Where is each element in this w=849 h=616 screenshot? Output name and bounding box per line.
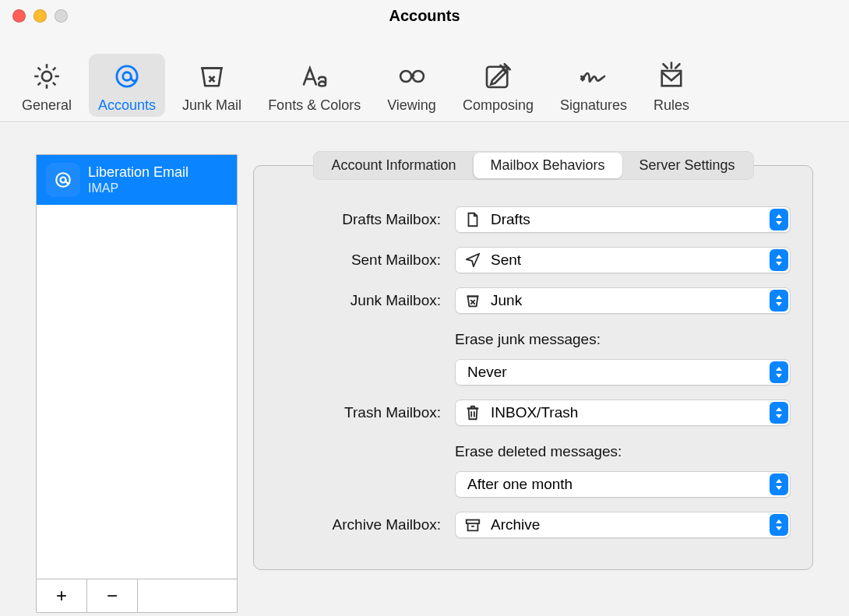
sidebar-footer: + − [37,579,237,612]
updown-arrows-icon [770,514,788,536]
tab-account-information[interactable]: Account Information [314,153,473,178]
sent-mailbox-value: Sent [491,252,521,269]
tab-server-settings[interactable]: Server Settings [622,153,752,178]
drafts-mailbox-label: Drafts Mailbox: [276,211,441,228]
drafts-mailbox-popup[interactable]: Drafts [455,206,791,233]
aa-icon [298,60,331,93]
sent-mailbox-label: Sent Mailbox: [276,252,441,269]
signature-icon [577,60,610,93]
updown-arrows-icon [770,402,788,424]
rules-icon [655,60,688,93]
toolbar-item-rules[interactable]: Rules [644,54,699,117]
account-name: Liberation Email [88,164,188,181]
updown-arrows-icon [770,361,788,383]
at-icon [111,60,143,93]
toolbar-item-viewing[interactable]: Viewing [378,54,446,117]
junk-mailbox-label: Junk Mailbox: [276,292,441,309]
updown-arrows-icon [770,249,788,271]
drafts-mailbox-value: Drafts [491,211,530,228]
archive-mailbox-popup[interactable]: Archive [455,512,791,538]
gear-icon [30,60,63,93]
toolbar-item-label: Accounts [98,97,156,114]
toolbar-item-label: Junk Mail [182,97,241,114]
plus-icon: + [56,585,67,607]
account-badge-icon [46,163,80,197]
toolbar-item-accounts[interactable]: Accounts [89,54,165,117]
toolbar-item-general[interactable]: General [12,54,81,117]
account-details-panel: Account Information Mailbox Behaviors Se… [253,165,813,613]
junk-mailbox-popup[interactable]: Junk [455,287,791,314]
toolbar-item-signatures[interactable]: Signatures [551,54,636,117]
toolbar-item-label: Signatures [560,97,627,114]
toolbar-item-junk-mail[interactable]: Junk Mail [173,54,251,117]
toolbar-item-label: Composing [463,97,534,114]
preferences-toolbar: General Accounts Junk Mail Fonts & Color… [0,31,849,121]
account-row[interactable]: Liberation Email IMAP [37,155,237,205]
window-title: Accounts [0,7,849,25]
minus-icon: − [107,585,118,607]
archive-mailbox-value: Archive [491,516,540,533]
document-icon [464,211,481,228]
erase-deleted-value: After one month [467,476,572,493]
junk-icon [196,60,228,93]
sidebar-footer-spacer [138,579,237,612]
titlebar: Accounts [0,0,849,31]
remove-account-button[interactable]: − [87,579,138,612]
add-account-button[interactable]: + [37,579,87,612]
toolbar-item-label: Rules [653,97,689,114]
glasses-icon [396,60,428,93]
sent-mailbox-popup[interactable]: Sent [455,247,791,273]
erase-junk-header: Erase junk messages: [455,331,791,348]
updown-arrows-icon [770,209,788,231]
updown-arrows-icon [770,473,788,495]
toolbar-item-fonts-colors[interactable]: Fonts & Colors [259,54,370,117]
trash-icon [464,404,481,421]
accounts-sidebar: Liberation Email IMAP + − [36,154,238,613]
trash-mailbox-popup[interactable]: INBOX/Trash [455,400,791,426]
toolbar-item-label: Fonts & Colors [268,97,361,114]
paper-plane-icon [464,252,481,269]
erase-deleted-popup[interactable]: After one month [455,471,791,498]
toolbar-item-composing[interactable]: Composing [453,54,543,117]
compose-icon [481,60,514,93]
trash-mailbox-value: INBOX/Trash [491,404,578,421]
account-protocol: IMAP [88,181,188,195]
archive-mailbox-label: Archive Mailbox: [276,516,441,533]
updown-arrows-icon [770,290,788,312]
toolbar-item-label: General [22,97,72,114]
junk-mailbox-value: Junk [491,292,522,309]
erase-junk-popup[interactable]: Never [455,359,791,385]
erase-deleted-header: Erase deleted messages: [455,443,791,460]
toolbar-item-label: Viewing [387,97,436,114]
account-tabs: Account Information Mailbox Behaviors Se… [312,151,753,180]
trash-mailbox-label: Trash Mailbox: [276,404,441,421]
junk-sm-icon [464,292,481,309]
archive-icon [464,516,481,533]
tab-mailbox-behaviors[interactable]: Mailbox Behaviors [473,153,622,178]
accounts-list: Liberation Email IMAP [37,155,237,579]
erase-junk-value: Never [467,364,507,381]
